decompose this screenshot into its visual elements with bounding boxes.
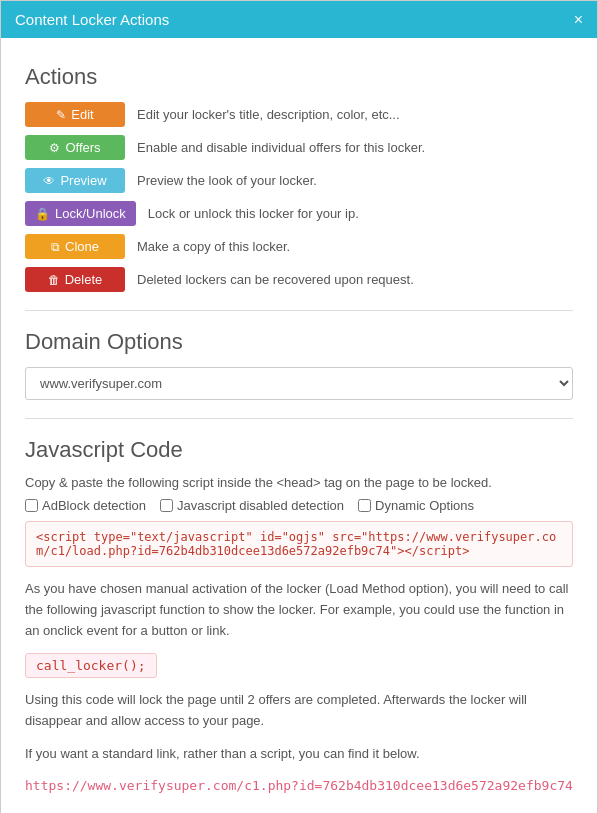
delete-description: Deleted lockers can be recovered upon re… xyxy=(137,272,414,287)
edit-description: Edit your locker's title, description, c… xyxy=(137,107,400,122)
clone-button-label: Clone xyxy=(65,239,99,254)
action-row-offers: ⚙ Offers Enable and disable individual o… xyxy=(25,135,573,160)
delete-icon: 🗑 xyxy=(48,273,60,287)
lockunlock-button[interactable]: 🔒 Lock/Unlock xyxy=(25,201,136,226)
action-row-clone: ⧉ Clone Make a copy of this locker. xyxy=(25,234,573,259)
lockunlock-button-label: Lock/Unlock xyxy=(55,206,126,221)
window-title: Content Locker Actions xyxy=(15,11,169,28)
edit-button[interactable]: ✎ Edit xyxy=(25,102,125,127)
jsdisabled-checkbox-label[interactable]: Javascript disabled detection xyxy=(160,498,344,513)
js-subtitle: Copy & paste the following script inside… xyxy=(25,475,573,490)
manual-activation-text: As you have chosen manual activation of … xyxy=(25,579,573,641)
actions-section-title: Actions xyxy=(25,64,573,90)
preview-button[interactable]: 👁 Preview xyxy=(25,168,125,193)
locker-link-url[interactable]: https://www.verifysuper.com/c1.php?id=76… xyxy=(25,778,573,793)
edit-button-label: Edit xyxy=(71,107,93,122)
clone-description: Make a copy of this locker. xyxy=(137,239,290,254)
action-row-lockunlock: 🔒 Lock/Unlock Lock or unlock this locker… xyxy=(25,201,573,226)
delete-button[interactable]: 🗑 Delete xyxy=(25,267,125,292)
script-code-block: <script type="text/javascript" id="ogjs"… xyxy=(25,521,573,567)
jsdisabled-label: Javascript disabled detection xyxy=(177,498,344,513)
offers-description: Enable and disable individual offers for… xyxy=(137,140,425,155)
offers-button-label: Offers xyxy=(65,140,100,155)
script-code-text: <script type="text/javascript" id="ogjs"… xyxy=(36,530,556,558)
checkboxes-row: AdBlock detection Javascript disabled de… xyxy=(25,498,573,513)
main-content: Actions ✎ Edit Edit your locker's title,… xyxy=(1,38,597,813)
preview-button-label: Preview xyxy=(60,173,106,188)
divider-1 xyxy=(25,310,573,311)
clone-icon: ⧉ xyxy=(51,240,60,254)
dynamic-checkbox-label[interactable]: Dynamic Options xyxy=(358,498,474,513)
titlebar: Content Locker Actions × xyxy=(1,1,597,38)
actions-list: ✎ Edit Edit your locker's title, descrip… xyxy=(25,102,573,292)
adblock-checkbox-label[interactable]: AdBlock detection xyxy=(25,498,146,513)
javascript-code-section: Javascript Code Copy & paste the followi… xyxy=(25,437,573,793)
lock-info-text: Using this code will lock the page until… xyxy=(25,690,573,732)
offers-button[interactable]: ⚙ Offers xyxy=(25,135,125,160)
adblock-label: AdBlock detection xyxy=(42,498,146,513)
action-row-edit: ✎ Edit Edit your locker's title, descrip… xyxy=(25,102,573,127)
dynamic-label: Dynamic Options xyxy=(375,498,474,513)
action-row-preview: 👁 Preview Preview the look of your locke… xyxy=(25,168,573,193)
edit-icon: ✎ xyxy=(56,108,66,122)
lock-icon: 🔒 xyxy=(35,207,50,221)
content-locker-actions-window: Content Locker Actions × Actions ✎ Edit … xyxy=(0,0,598,813)
call-locker-code: call_locker(); xyxy=(25,653,157,678)
delete-button-label: Delete xyxy=(65,272,103,287)
close-icon[interactable]: × xyxy=(574,12,583,28)
preview-icon: 👁 xyxy=(43,174,55,188)
action-row-delete: 🗑 Delete Deleted lockers can be recovere… xyxy=(25,267,573,292)
preview-description: Preview the look of your locker. xyxy=(137,173,317,188)
offers-icon: ⚙ xyxy=(49,141,60,155)
domain-options-section: Domain Options www.verifysuper.com xyxy=(25,329,573,400)
domain-options-title: Domain Options xyxy=(25,329,573,355)
dynamic-checkbox[interactable] xyxy=(358,499,371,512)
jsdisabled-checkbox[interactable] xyxy=(160,499,173,512)
clone-button[interactable]: ⧉ Clone xyxy=(25,234,125,259)
lockunlock-description: Lock or unlock this locker for your ip. xyxy=(148,206,359,221)
link-label-text: If you want a standard link, rather than… xyxy=(25,744,573,765)
adblock-checkbox[interactable] xyxy=(25,499,38,512)
js-section-title: Javascript Code xyxy=(25,437,573,463)
domain-select[interactable]: www.verifysuper.com xyxy=(25,367,573,400)
divider-2 xyxy=(25,418,573,419)
